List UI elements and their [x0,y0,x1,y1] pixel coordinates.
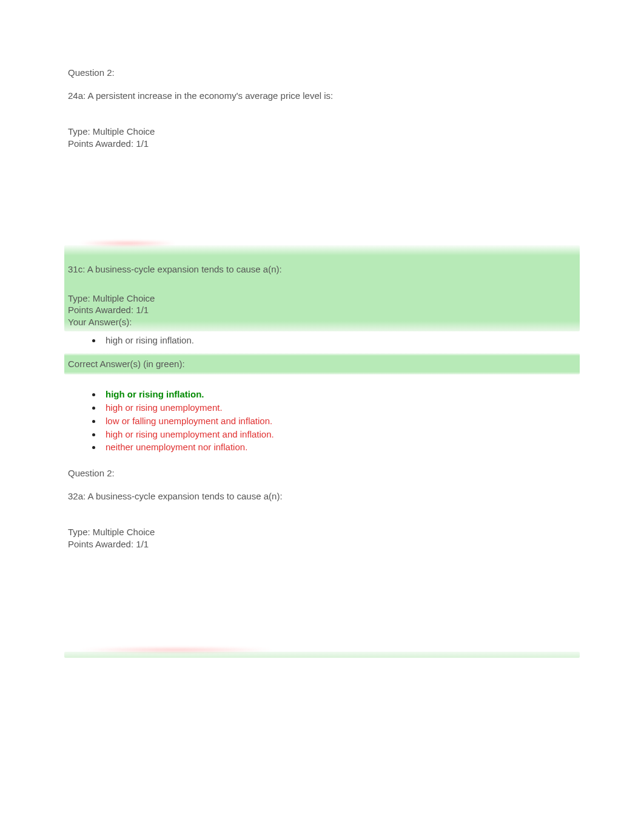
your-answers-list: high or rising inflation. [68,334,576,347]
option-item: neither unemployment nor inflation. [102,441,576,454]
points-awarded-32a: Points Awarded: 1/1 [68,538,576,550]
option-text-wrong: neither unemployment nor inflation. [102,442,247,452]
obscured-region [79,647,273,653]
obscured-region [79,240,176,246]
question-type-31c: Type: Multiple Choice [68,292,576,305]
question-type-24a: Type: Multiple Choice [68,126,576,138]
option-item: high or rising unemployment. [102,401,576,414]
option-text-correct: high or rising inflation. [102,389,204,399]
option-item: high or rising unemployment and inflatio… [102,428,576,441]
option-text-wrong: high or rising unemployment. [102,402,223,413]
points-awarded-31c: Points Awarded: 1/1 [68,304,576,316]
question-text-31c: 31c: A business-cycle expansion tends to… [68,263,576,276]
your-answers-label: Your Answer(s): [68,316,576,328]
question-text-32a: 32a: A business-cycle expansion tends to… [68,490,576,502]
points-awarded-24a: Points Awarded: 1/1 [68,138,576,150]
option-text-wrong: high or rising unemployment and inflatio… [102,429,274,439]
question-label-32a: Question 2: [68,467,576,479]
question-text-24a: 24a: A persistent increase in the econom… [68,90,576,102]
option-item: high or rising inflation. [102,388,576,401]
option-text-wrong: low or falling unemployment and inflatio… [102,416,272,426]
question-block-31c: 31c: A business-cycle expansion tends to… [64,245,580,331]
question-label-24a: Question 2: [68,67,576,79]
correct-answers-label: Correct Answer(s) (in green): [68,358,576,370]
correct-answers-label-bar: Correct Answer(s) (in green): [64,353,580,375]
your-answer-text: high or rising inflation. [102,335,194,345]
option-item: low or falling unemployment and inflatio… [102,414,576,428]
options-list-31c: high or rising inflation. high or rising… [68,388,576,454]
question-type-32a: Type: Multiple Choice [68,526,576,538]
your-answer-item: high or rising inflation. [102,334,576,347]
